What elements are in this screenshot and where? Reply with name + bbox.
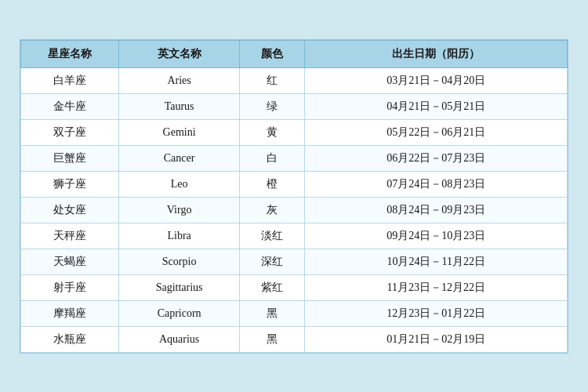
- cell-en: Scorpio: [119, 249, 239, 274]
- cell-date: 10月24日－11月22日: [305, 249, 568, 274]
- cell-color: 白: [239, 145, 305, 171]
- zodiac-table: 星座名称 英文名称 颜色 出生日期（阳历） 白羊座Aries红03月21日－04…: [20, 40, 568, 353]
- table-row: 射手座Sagittarius紫红11月23日－12月22日: [21, 274, 568, 300]
- cell-date: 01月21日－02月19日: [305, 326, 568, 352]
- cell-en: Cancer: [119, 145, 239, 171]
- table-row: 摩羯座Capricorn黑12月23日－01月22日: [21, 300, 568, 326]
- header-zh: 星座名称: [21, 40, 119, 67]
- table-row: 天蝎座Scorpio深红10月24日－11月22日: [21, 249, 568, 274]
- cell-color: 紫红: [239, 274, 305, 300]
- cell-zh: 处女座: [21, 197, 119, 223]
- cell-color: 绿: [239, 93, 305, 119]
- table-header-row: 星座名称 英文名称 颜色 出生日期（阳历）: [21, 40, 568, 67]
- table-row: 金牛座Taurus绿04月21日－05月21日: [21, 93, 568, 119]
- cell-date: 06月22日－07月23日: [305, 145, 568, 171]
- header-color: 颜色: [239, 40, 305, 67]
- cell-color: 红: [239, 67, 305, 93]
- cell-en: Libra: [119, 223, 239, 249]
- table-row: 白羊座Aries红03月21日－04月20日: [21, 67, 568, 93]
- cell-zh: 射手座: [21, 274, 119, 300]
- cell-zh: 天蝎座: [21, 249, 119, 274]
- cell-color: 灰: [239, 197, 305, 223]
- table-row: 处女座Virgo灰08月24日－09月23日: [21, 197, 568, 223]
- cell-color: 黄: [239, 119, 305, 145]
- cell-color: 黑: [239, 300, 305, 326]
- zodiac-table-container: 星座名称 英文名称 颜色 出生日期（阳历） 白羊座Aries红03月21日－04…: [20, 39, 568, 354]
- cell-date: 12月23日－01月22日: [305, 300, 568, 326]
- cell-en: Capricorn: [119, 300, 239, 326]
- cell-date: 11月23日－12月22日: [305, 274, 568, 300]
- header-date: 出生日期（阳历）: [305, 40, 568, 67]
- cell-zh: 天秤座: [21, 223, 119, 249]
- table-body: 白羊座Aries红03月21日－04月20日金牛座Taurus绿04月21日－0…: [21, 67, 568, 352]
- cell-en: Taurus: [119, 93, 239, 119]
- cell-zh: 双子座: [21, 119, 119, 145]
- cell-date: 03月21日－04月20日: [305, 67, 568, 93]
- cell-en: Virgo: [119, 197, 239, 223]
- table-row: 双子座Gemini黄05月22日－06月21日: [21, 119, 568, 145]
- cell-zh: 白羊座: [21, 67, 119, 93]
- cell-color: 淡红: [239, 223, 305, 249]
- cell-en: Leo: [119, 171, 239, 197]
- cell-en: Aquarius: [119, 326, 239, 352]
- cell-zh: 狮子座: [21, 171, 119, 197]
- header-en: 英文名称: [119, 40, 239, 67]
- cell-en: Gemini: [119, 119, 239, 145]
- cell-color: 橙: [239, 171, 305, 197]
- cell-zh: 摩羯座: [21, 300, 119, 326]
- cell-en: Sagittarius: [119, 274, 239, 300]
- cell-date: 08月24日－09月23日: [305, 197, 568, 223]
- table-row: 水瓶座Aquarius黑01月21日－02月19日: [21, 326, 568, 352]
- table-row: 狮子座Leo橙07月24日－08月23日: [21, 171, 568, 197]
- cell-date: 09月24日－10月23日: [305, 223, 568, 249]
- cell-date: 05月22日－06月21日: [305, 119, 568, 145]
- cell-date: 07月24日－08月23日: [305, 171, 568, 197]
- cell-en: Aries: [119, 67, 239, 93]
- table-row: 巨蟹座Cancer白06月22日－07月23日: [21, 145, 568, 171]
- cell-zh: 巨蟹座: [21, 145, 119, 171]
- cell-zh: 水瓶座: [21, 326, 119, 352]
- cell-zh: 金牛座: [21, 93, 119, 119]
- cell-date: 04月21日－05月21日: [305, 93, 568, 119]
- cell-color: 黑: [239, 326, 305, 352]
- table-row: 天秤座Libra淡红09月24日－10月23日: [21, 223, 568, 249]
- cell-color: 深红: [239, 249, 305, 274]
